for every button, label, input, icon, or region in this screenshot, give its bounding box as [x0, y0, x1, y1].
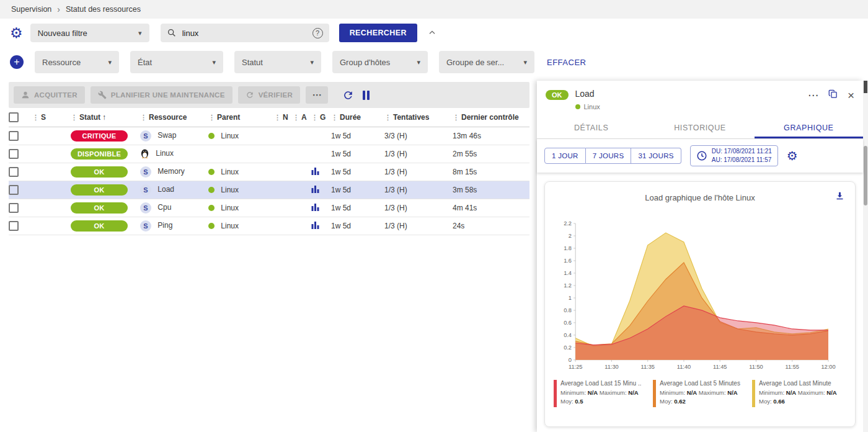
resource-name[interactable]: Ping — [157, 221, 172, 230]
drag-handle-icon[interactable]: ⋮ — [453, 114, 459, 121]
filter-settings-gear-icon[interactable]: ⚙ — [10, 26, 23, 40]
date-to: AU: 17/08/2021 11:57 — [712, 156, 772, 164]
range-1-day-button[interactable]: 1 JOUR — [544, 148, 586, 164]
graph-icon[interactable] — [311, 185, 319, 195]
resources-panel: ACQUITTER PLANIFIER UNE MAINTENANCE VÉRI… — [9, 82, 529, 235]
drag-handle-icon[interactable]: ⋮ — [140, 114, 147, 121]
drag-handle-icon[interactable]: ⋮ — [331, 114, 338, 121]
copy-link-button[interactable] — [828, 89, 838, 102]
add-filter-button[interactable]: + — [10, 55, 24, 69]
scrollbar-notch — [864, 81, 867, 93]
filter-dropdown-4[interactable]: Groupe de ser... ▾ — [439, 51, 534, 73]
tab-graphique[interactable]: GRAPHIQUE — [755, 117, 863, 138]
column-header-resource[interactable]: ⋮Ressource — [140, 108, 208, 127]
close-panel-button[interactable]: × — [848, 89, 854, 101]
pause-button[interactable] — [363, 91, 370, 100]
graph-icon[interactable] — [311, 203, 319, 213]
severity-cell — [32, 127, 71, 145]
search-button[interactable]: RECHERCHER — [339, 24, 417, 42]
legend-item[interactable]: Average Load Last 15 Minu .. Minimum: N/… — [554, 380, 648, 407]
row-checkbox[interactable] — [9, 203, 19, 213]
svg-text:11:45: 11:45 — [713, 364, 727, 370]
tab-details[interactable]: DÉTAILS — [537, 117, 645, 138]
acknowledged-cell — [293, 217, 311, 235]
table-row[interactable]: CRITIQUE S Swap Linux 1w 5d 3/3 (H) 13m … — [9, 127, 529, 145]
column-header-parent[interactable]: ⋮Parent — [208, 108, 274, 127]
table-row[interactable]: OK S Load Linux 1w 5d 1/3 (H) 3m 58s — [9, 181, 529, 199]
parent-name[interactable]: Linux — [221, 132, 239, 140]
filter-dropdown-0[interactable]: Ressource ▾ — [35, 51, 119, 73]
parent-name[interactable]: Linux — [221, 204, 239, 212]
scrollbar-thumb[interactable] — [864, 146, 867, 205]
graph-icon[interactable] — [311, 221, 319, 231]
status-badge: OK — [71, 166, 128, 178]
column-header-status[interactable]: ⋮Statut↑ — [71, 108, 140, 127]
legend-item[interactable]: Average Load Last 5 Minutes Minimum: N/A… — [653, 380, 747, 407]
parent-name[interactable]: Linux — [221, 186, 239, 194]
drag-handle-icon[interactable]: ⋮ — [311, 114, 318, 121]
resource-name[interactable]: Swap — [157, 131, 176, 140]
export-chart-button[interactable] — [835, 191, 845, 203]
maintenance-button[interactable]: PLANIFIER UNE MAINTENANCE — [91, 86, 232, 104]
range-7-days-button[interactable]: 7 JOURS — [586, 148, 632, 164]
clear-filters-button[interactable]: EFFACER — [547, 58, 586, 67]
filter-dropdown-1[interactable]: État ▾ — [130, 51, 223, 73]
more-actions-button[interactable]: ⋯ — [306, 86, 328, 104]
row-checkbox[interactable] — [9, 149, 19, 159]
table-row[interactable]: DISPONIBLE S Linux 1w 5d 1/3 (H) 2m 55s — [9, 145, 529, 163]
table-row[interactable]: OK S Ping Linux 1w 5d 1/3 (H) 24s — [9, 217, 529, 235]
select-all-checkbox[interactable] — [9, 112, 19, 122]
filter-dropdown-3[interactable]: Group d'hôtes ▾ — [332, 51, 428, 73]
graph-icon[interactable] — [311, 167, 319, 177]
refresh-icon — [342, 89, 354, 101]
range-31-days-button[interactable]: 31 JOURS — [631, 148, 681, 164]
resource-name[interactable]: Cpu — [157, 203, 171, 212]
graph-settings-gear-icon[interactable]: ⚙ — [787, 150, 798, 162]
column-header-n[interactable]: ⋮N — [274, 108, 293, 127]
check-button[interactable]: VÉRIFIER — [238, 86, 300, 104]
acknowledge-button[interactable]: ACQUITTER — [14, 86, 85, 104]
clock-icon — [696, 150, 707, 161]
sort-ascending-icon[interactable]: ↑ — [102, 113, 106, 122]
detail-host-name[interactable]: Linux — [584, 103, 600, 110]
refresh-button[interactable] — [342, 89, 354, 101]
legend-minmax: Minimum: N/A Maximum: N/A — [560, 389, 641, 397]
table-row[interactable]: OK S Cpu Linux 1w 5d 1/3 (H) 4m 41s — [9, 199, 529, 217]
parent-name[interactable]: Linux — [221, 222, 239, 230]
drag-handle-icon[interactable]: ⋮ — [208, 114, 215, 121]
drag-handle-icon[interactable]: ⋮ — [32, 114, 39, 121]
column-header-a[interactable]: ⋮A — [293, 108, 311, 127]
search-icon — [167, 28, 177, 38]
svg-text:11:55: 11:55 — [785, 364, 799, 370]
search-help-icon[interactable]: ? — [312, 28, 323, 38]
tab-historique[interactable]: HISTORIQUE — [645, 117, 754, 138]
row-checkbox[interactable] — [9, 167, 19, 177]
table-row[interactable]: OK S Memory Linux 1w 5d 1/3 (H) 8m 15s — [9, 163, 529, 181]
legend-item[interactable]: Average Load Last Minute Minimum: N/A Ma… — [752, 380, 846, 407]
resources-table: ⋮S ⋮Statut↑ ⋮Ressource ⋮Parent ⋮N ⋮A ⋮G … — [9, 108, 529, 235]
drag-handle-icon[interactable]: ⋮ — [293, 114, 299, 121]
column-header-duration[interactable]: ⋮Durée — [331, 108, 384, 127]
parent-name[interactable]: Linux — [221, 168, 239, 176]
drag-handle-icon[interactable]: ⋮ — [274, 114, 281, 121]
date-range-picker[interactable]: DU: 17/08/2021 11:21 AU: 17/08/2021 11:5… — [690, 145, 778, 166]
drag-handle-icon[interactable]: ⋮ — [71, 114, 78, 121]
filter-dropdown-2[interactable]: Statut ▾ — [234, 51, 321, 73]
breadcrumb-item-supervision[interactable]: Supervision — [11, 5, 51, 14]
column-header-last-check[interactable]: ⋮Dernier contrôle — [453, 108, 529, 127]
row-checkbox[interactable] — [9, 185, 19, 195]
saved-filter-select[interactable]: Nouveau filtre ▾ — [30, 24, 149, 42]
resource-name[interactable]: Linux — [156, 149, 174, 158]
row-checkbox[interactable] — [9, 131, 19, 141]
collapse-filters-button[interactable] — [427, 28, 437, 38]
drag-handle-icon[interactable]: ⋮ — [384, 114, 391, 121]
panel-scrollbar[interactable] — [863, 81, 868, 432]
column-header-g[interactable]: ⋮G — [311, 108, 331, 127]
row-checkbox[interactable] — [9, 221, 19, 231]
search-input[interactable] — [182, 29, 307, 38]
detail-more-actions-button[interactable]: ⋯ — [808, 90, 818, 101]
column-header-severity[interactable]: ⋮S — [32, 108, 71, 127]
resource-name[interactable]: Memory — [157, 167, 184, 176]
column-header-tries[interactable]: ⋮Tentatives — [384, 108, 453, 127]
resource-name[interactable]: Load — [157, 185, 174, 194]
